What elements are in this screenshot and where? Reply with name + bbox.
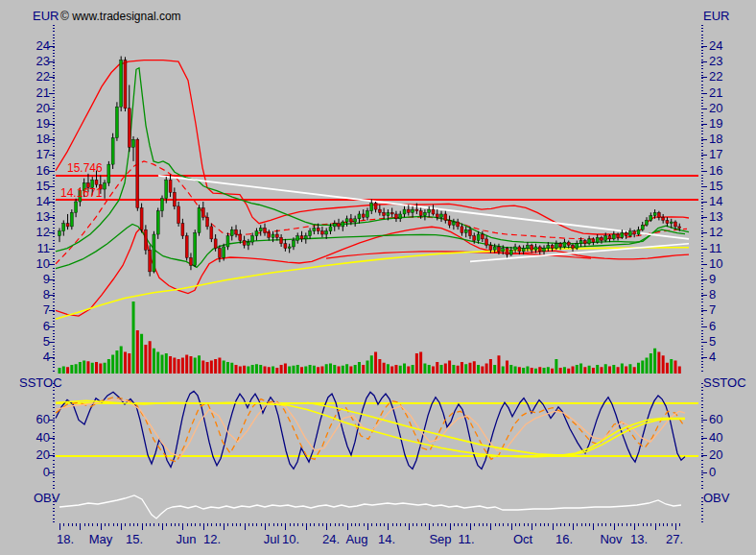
stoch-axis-minor-tick-right	[701, 464, 703, 465]
volume-bar	[189, 356, 192, 374]
stoch-axis-minor-tick-left	[53, 428, 55, 429]
volume-bar	[317, 367, 319, 374]
volume-bar	[304, 367, 307, 374]
price-axis-minor-tick-left	[53, 253, 55, 253]
date-axis-minor-tick	[503, 523, 504, 526]
volume-bar	[251, 365, 254, 374]
date-axis-minor-tick	[113, 523, 114, 526]
candle-down	[469, 229, 472, 235]
price-axis-minor-tick-right	[701, 361, 703, 362]
candle-down	[239, 234, 242, 240]
price-axis-minor-tick-right	[701, 289, 703, 290]
date-axis-minor-tick	[540, 523, 541, 526]
price-axis-minor-tick-left	[53, 118, 55, 119]
price-axis-minor-tick-right	[701, 358, 703, 359]
date-axis-major-tick	[367, 523, 368, 530]
date-axis-major-tick	[614, 523, 615, 530]
stoch-axis-minor-tick-right	[701, 425, 703, 426]
candle-up	[161, 199, 164, 211]
candle-up	[628, 231, 631, 236]
price-axis-minor-tick-left	[53, 100, 55, 101]
price-axis-label-right: 8	[709, 287, 716, 302]
date-axis-minor-tick	[647, 523, 648, 526]
candle-down	[378, 209, 381, 212]
volume-bar	[403, 364, 406, 374]
price-axis-minor-tick-right	[701, 314, 703, 315]
volume-bar	[588, 366, 591, 374]
price-axis-major-tick-right	[701, 171, 707, 172]
date-axis-minor-tick	[290, 523, 291, 526]
volume-bar	[79, 362, 82, 374]
volume-bar	[275, 368, 278, 374]
volume-bar	[132, 302, 135, 374]
date-axis-minor-tick	[486, 523, 487, 526]
candle-down	[338, 224, 341, 227]
volume-bar	[70, 365, 73, 374]
date-axis-minor-tick	[380, 523, 381, 526]
candle-up	[650, 216, 652, 221]
stoch-axis-minor-tick-right	[701, 488, 703, 489]
price-axis-minor-tick-left	[53, 261, 55, 262]
volume-bar	[509, 365, 512, 374]
date-axis-minor-tick	[519, 523, 520, 526]
candle-up	[223, 247, 225, 257]
date-axis-minor-tick	[195, 523, 196, 526]
candle-down	[415, 209, 418, 211]
stoch-axis-minor-tick-left	[53, 446, 55, 447]
price-axis-minor-tick-right	[701, 158, 703, 159]
price-chart-svg: 4455667788991010111112121313141415151616…	[0, 0, 756, 555]
stoch-axis-minor-tick-left	[53, 456, 55, 457]
candle-up	[428, 209, 431, 212]
candle-down	[551, 245, 554, 248]
candle-down	[349, 219, 352, 222]
obv-axis-minor-tick-left	[53, 521, 55, 522]
candle-up	[292, 241, 295, 247]
stoch-axis-minor-tick-left	[53, 439, 55, 440]
candle-up	[247, 242, 249, 245]
price-axis-label-right: 9	[709, 272, 716, 286]
price-axis-minor-tick-right	[701, 299, 703, 300]
candle-up	[509, 250, 512, 254]
price-axis-label-left: 20	[36, 101, 50, 115]
price-axis-label-right: 16	[709, 163, 722, 178]
volume-bar	[214, 359, 217, 374]
volume-bar	[628, 364, 631, 374]
date-axis-minor-tick	[548, 523, 549, 526]
obv-axis-minor-tick-right	[701, 511, 703, 512]
price-axis-minor-tick-right	[701, 53, 703, 54]
date-axis-label: 27.	[666, 532, 683, 546]
price-axis-minor-tick-left	[53, 190, 55, 191]
volume-bar	[358, 362, 361, 374]
price-axis-minor-tick-right	[701, 47, 703, 48]
stoch-axis-minor-tick-right	[701, 449, 703, 450]
price-axis-minor-tick-left	[53, 78, 55, 79]
volume-bar	[481, 367, 484, 374]
candle-down	[600, 237, 602, 240]
candle-up	[604, 236, 607, 241]
price-axis-label-left: 19	[36, 116, 50, 131]
price-axis-minor-tick-left	[53, 358, 55, 359]
volume-bar	[608, 367, 611, 374]
price-axis-minor-tick-left	[53, 72, 55, 73]
candle-down	[144, 229, 147, 250]
volume-bar	[223, 361, 225, 374]
candle-up	[104, 183, 106, 189]
stoch-axis-minor-tick-right	[701, 418, 703, 419]
date-axis-minor-tick	[495, 523, 496, 526]
date-axis-minor-tick	[191, 523, 192, 526]
volume-bar	[362, 365, 365, 374]
price-axis-minor-tick-left	[53, 336, 55, 337]
chart-window: 4455667788991010111112121313141415151616…	[0, 0, 756, 555]
price-axis-minor-tick-right	[701, 240, 703, 241]
volume-bar	[477, 365, 480, 374]
date-axis-label: Sep	[429, 532, 451, 546]
price-axis-major-tick-right	[701, 202, 707, 203]
candle-down	[66, 224, 69, 227]
price-axis-major-tick-right	[701, 310, 707, 311]
candle-down	[444, 214, 447, 220]
price-axis-minor-tick-right	[701, 87, 703, 88]
candle-down	[235, 229, 238, 234]
date-axis-minor-tick	[564, 523, 565, 526]
date-axis-minor-tick	[433, 523, 434, 526]
volume-bar	[415, 353, 418, 374]
